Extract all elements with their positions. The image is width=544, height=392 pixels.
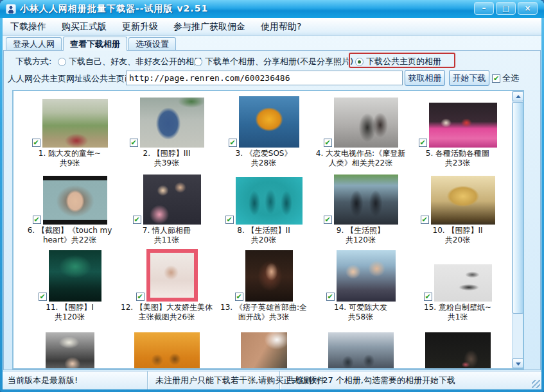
album-cell: ✔14. 可爱陈大发共58张 <box>312 248 409 325</box>
albums-tab-page: 下载方式: 下载自己、好友、非好友公开的相册 下载单个相册、分享相册(不是分享照… <box>3 50 541 370</box>
album-thumbnail[interactable] <box>134 332 200 368</box>
radio-selected-icon <box>355 58 364 66</box>
menu-item-update[interactable]: 更新升级 <box>122 21 158 33</box>
album-thumbnail[interactable] <box>239 96 299 148</box>
album-checkbox[interactable]: ✔ <box>326 293 335 301</box>
album-checkbox[interactable]: ✔ <box>419 139 427 147</box>
vertical-scrollbar[interactable] <box>512 91 523 368</box>
album-count: 面开战》共3张 <box>215 312 312 322</box>
album-checkbox[interactable]: ✔ <box>130 139 138 147</box>
radio-own-friends-albums[interactable]: 下载自己、好友、非好友公开的相册 <box>58 56 202 67</box>
radio-public-page-albums[interactable]: 下载公共主页的相册 <box>355 56 441 67</box>
album-checkbox[interactable]: ✔ <box>39 293 47 301</box>
album-thumbnail[interactable] <box>328 332 394 368</box>
album-checkbox[interactable]: ✔ <box>32 139 40 147</box>
minimize-icon[interactable]: – <box>474 2 494 15</box>
album-count: 共20张 <box>215 235 312 245</box>
tab-view-download-albums[interactable]: 查看下载相册 <box>63 37 127 51</box>
album-thumbnail[interactable] <box>46 332 94 368</box>
resize-grip[interactable] <box>532 380 540 388</box>
album-title: 6. 【截图】《touch my <box>21 226 118 235</box>
album-thumbnail[interactable] <box>143 175 201 225</box>
album-thumbnail[interactable] <box>146 249 198 302</box>
radio-single-shared-album[interactable]: 下载单个相册、分享相册(不是分享照片) <box>194 56 353 67</box>
menu-item-download-ops[interactable]: 下载操作 <box>10 21 46 33</box>
album-cell: ✔10. 【围脖】II共20张 <box>409 171 506 248</box>
album-count: 共20张 <box>409 235 506 245</box>
album-cell: ✔5. 各種活動各種圖共23张 <box>409 94 506 171</box>
scroll-down-icon[interactable] <box>513 358 523 368</box>
album-count: 共120张 <box>21 312 118 322</box>
album-count: 主张截图共26张 <box>118 312 215 322</box>
album-cell-partial <box>215 325 312 368</box>
album-title: 10. 【围脖】II <box>409 226 506 235</box>
album-title: 2. 【围脖】III <box>118 149 215 158</box>
radio-icon <box>58 58 66 66</box>
album-checkbox[interactable]: ✔ <box>421 216 429 224</box>
album-cell: ✔9. 【生活照】共120张 <box>312 171 409 248</box>
status-detected-count: 共检测到 27 个相册,勾选需要的相册开始下载 <box>280 371 541 389</box>
radio-label: 下载自己、好友、非好友公开的相册 <box>69 56 202 67</box>
album-count: 共120张 <box>312 235 409 245</box>
status-bar: 当前版本是最新版! 未注册用户只能下载若干张,请购买正式版软件 共检测到 27 … <box>3 371 541 389</box>
menu-item-promote[interactable]: 参与推广获取佣金 <box>173 21 245 33</box>
scroll-up-icon[interactable] <box>513 91 523 101</box>
album-thumbnail[interactable] <box>334 175 398 225</box>
album-count: 共1张 <box>409 312 506 322</box>
public-page-url-input[interactable] <box>126 71 403 85</box>
album-thumbnail[interactable] <box>245 250 293 302</box>
album-cell-partial <box>312 325 409 368</box>
download-mode-label: 下载方式: <box>15 56 51 67</box>
album-checkbox[interactable]: ✔ <box>324 216 332 224</box>
album-thumbnail[interactable] <box>425 332 491 368</box>
album-thumbnail[interactable] <box>337 250 396 302</box>
album-checkbox[interactable]: ✔ <box>229 139 237 147</box>
album-count: 共28张 <box>215 158 312 168</box>
radio-label: 下载公共主页的相册 <box>366 56 441 67</box>
album-thumbnail[interactable] <box>236 177 303 225</box>
album-thumbnail[interactable] <box>429 103 497 148</box>
album-checkbox[interactable]: ✔ <box>133 216 141 224</box>
album-cell: ✔4. 大发电视作品:《摩登新人类》相关共22张 <box>312 94 409 171</box>
album-thumbnail[interactable] <box>431 176 495 225</box>
album-thumbnail[interactable] <box>49 250 101 302</box>
app-icon <box>6 4 16 14</box>
album-thumbnail[interactable] <box>43 176 107 225</box>
maximize-icon[interactable]: □ <box>496 2 516 15</box>
tab-login-renren[interactable]: 登录人人网 <box>6 37 62 50</box>
tab-options[interactable]: 选项设置 <box>128 37 176 50</box>
album-checkbox[interactable]: ✔ <box>324 139 332 147</box>
menu-item-buy-full[interactable]: 购买正式版 <box>62 21 107 33</box>
album-checkbox[interactable]: ✔ <box>225 216 234 224</box>
album-count: 人类》相关共22张 <box>312 158 409 168</box>
window-controls: – □ × <box>474 2 538 15</box>
close-icon[interactable]: × <box>518 2 538 15</box>
album-checkbox[interactable]: ✔ <box>424 293 432 301</box>
album-cell: ✔3. 《恋爱SOS》共28张 <box>215 94 312 171</box>
album-checkbox[interactable]: ✔ <box>33 216 41 224</box>
select-all-checkbox[interactable]: ✔ <box>492 74 500 83</box>
start-download-button[interactable]: 开始下载 <box>449 70 489 86</box>
select-all-control[interactable]: ✔ 全选 <box>492 72 519 84</box>
album-title: 11. 【围脖】I <box>21 303 118 312</box>
album-title: 1. 陈大发的童年~ <box>21 149 118 158</box>
album-title: 12. 【美图】大发娇生美体 <box>118 303 215 312</box>
album-title: 3. 《恋爱SOS》 <box>215 149 312 158</box>
url-row: 人人网公共主页网址或公共主页id 获取相册 开始下载 ✔ 全选 <box>4 69 540 86</box>
menu-item-help[interactable]: 使用帮助? <box>261 21 301 33</box>
album-title: 15. 意粉自制壁纸~ <box>409 303 506 312</box>
album-thumbnail[interactable] <box>334 98 398 148</box>
album-thumbnail[interactable] <box>140 98 204 148</box>
client-area: 下载操作 购买正式版 更新升级 参与推广获取佣金 使用帮助? 登录人人网 查看下… <box>3 18 541 389</box>
fetch-albums-button[interactable]: 获取相册 <box>405 70 445 86</box>
album-checkbox[interactable]: ✔ <box>136 293 145 301</box>
title-bar: 小林人人网相册批量下载器--试用版 v2.51 – □ × <box>0 0 544 18</box>
scrollbar-thumb[interactable] <box>513 102 523 314</box>
album-title: 14. 可爱陈大发 <box>312 303 409 312</box>
album-thumbnail[interactable] <box>434 264 492 302</box>
album-thumbnail[interactable] <box>241 332 287 368</box>
album-thumbnail[interactable] <box>42 99 108 148</box>
album-checkbox[interactable]: ✔ <box>235 293 243 301</box>
download-mode-row: 下载方式: 下载自己、好友、非好友公开的相册 下载单个相册、分享相册(不是分享照… <box>4 53 540 68</box>
tab-bar: 登录人人网 查看下载相册 选项设置 <box>6 37 176 51</box>
